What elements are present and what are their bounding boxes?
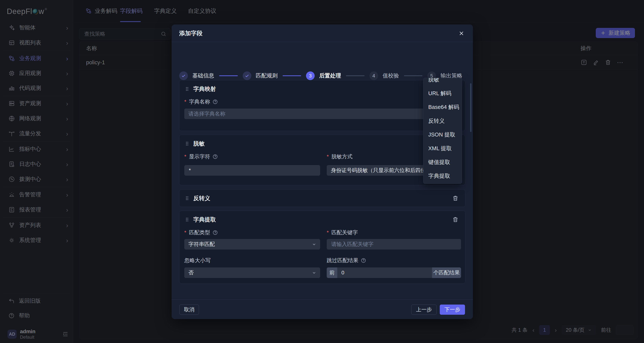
section-dict-mapping: 字典映射 * 字典名称 请选择字典名称 <box>179 80 466 131</box>
drag-handle-icon[interactable] <box>184 217 190 222</box>
chevron-down-icon <box>312 270 317 275</box>
step-connector <box>346 76 364 76</box>
skip-result-group: 前 个匹配结果 <box>327 268 461 278</box>
required-mark: * <box>184 230 186 236</box>
section-mask: 脱敏 * 显示字符 * 脱敏方式 身份证号码脱敏（只显示前六位和后四位） <box>179 135 466 185</box>
process-type-dropdown: 脱敏 URL 解码 Base64 解码 反转义 JSON 提取 XML 提取 键… <box>423 78 462 184</box>
required-mark: * <box>327 154 329 160</box>
dropdown-item-base64-decode[interactable]: Base64 解码 <box>423 100 462 114</box>
dropdown-item-url-decode[interactable]: URL 解码 <box>423 86 462 100</box>
field-label: 脱敏方式 <box>332 153 352 160</box>
modal-scrollbar-thumb[interactable] <box>470 83 472 132</box>
help-icon[interactable] <box>360 258 366 263</box>
delete-section-icon[interactable] <box>452 195 459 202</box>
skip-suffix: 个匹配结果 <box>432 268 461 278</box>
section-title: 反转义 <box>193 194 210 202</box>
step-check-icon <box>243 72 251 80</box>
modal-header: 添加字段 <box>172 24 473 42</box>
dict-name-select[interactable]: 请选择字典名称 <box>184 108 461 119</box>
ignore-case-select[interactable]: 否 <box>184 268 320 278</box>
step-match-rule[interactable]: 匹配规则 <box>243 72 278 80</box>
prev-step-button[interactable]: 上一步 <box>411 304 436 315</box>
cancel-button[interactable]: 取消 <box>179 304 199 315</box>
step-number: 4 <box>370 72 378 80</box>
dropdown-item-mask[interactable]: 脱敏 <box>423 78 462 86</box>
step-connector <box>404 76 422 76</box>
next-step-button[interactable]: 下一步 <box>440 304 465 315</box>
stepper: 基础信息 匹配规则 3 后置处理 4 值校验 5 输出策略 <box>179 70 462 81</box>
skip-count-input[interactable] <box>337 268 432 278</box>
close-icon[interactable] <box>458 30 466 37</box>
step-connector <box>219 76 238 76</box>
section-title: 字典映射 <box>193 85 216 93</box>
mask-char-input[interactable] <box>184 165 320 176</box>
help-icon[interactable] <box>212 99 218 104</box>
field-label: 匹配类型 <box>189 229 210 236</box>
section-dict-extract: 字典提取 * 匹配类型 * 匹配关键字 字符串匹配 忽略大小写 <box>179 211 466 284</box>
required-mark: * <box>184 99 186 105</box>
field-label: 匹配关键字 <box>332 229 358 236</box>
dropdown-item-xml-extract[interactable]: XML 提取 <box>423 142 462 155</box>
modal-title: 添加字段 <box>179 24 202 42</box>
dropdown-item-unescape[interactable]: 反转义 <box>423 114 462 128</box>
dropdown-item-kv-extract[interactable]: 键值提取 <box>423 155 462 169</box>
step-post-process[interactable]: 3 后置处理 <box>306 72 341 80</box>
match-type-select[interactable]: 字符串匹配 <box>184 239 320 250</box>
skip-prefix: 前 <box>327 268 337 278</box>
dropdown-item-json-extract[interactable]: JSON 提取 <box>423 128 462 142</box>
section-title: 字典提取 <box>193 216 216 224</box>
drag-handle-icon[interactable] <box>184 141 190 146</box>
required-mark: * <box>184 154 186 160</box>
field-label: 显示字符 <box>189 153 210 160</box>
step-connector <box>282 76 301 76</box>
section-unescape: 反转义 <box>179 190 466 207</box>
field-label: 忽略大小写 <box>184 257 211 264</box>
app-root: 业务解码 字段解码 字典定义 自定义协议 新建策略 <box>0 0 644 343</box>
step-check-icon <box>179 72 188 80</box>
help-icon[interactable] <box>212 154 218 160</box>
step-value-check[interactable]: 4 值校验 <box>370 72 399 80</box>
drag-handle-icon[interactable] <box>184 86 190 92</box>
drag-handle-icon[interactable] <box>184 196 190 201</box>
delete-section-icon[interactable] <box>452 216 459 223</box>
dropdown-item-dict-extract[interactable]: 字典提取 <box>423 169 462 183</box>
modal-footer: 取消 上一步 下一步 <box>172 300 473 319</box>
step-basic-info[interactable]: 基础信息 <box>179 72 214 80</box>
field-label: 字典名称 <box>189 98 210 105</box>
section-title: 脱敏 <box>193 140 204 148</box>
match-keyword-input[interactable] <box>327 239 461 250</box>
required-mark: * <box>327 230 329 236</box>
step-number: 3 <box>306 72 315 80</box>
chevron-down-icon <box>312 242 317 247</box>
field-label: 跳过匹配结果 <box>327 257 358 264</box>
help-icon[interactable] <box>212 230 218 236</box>
